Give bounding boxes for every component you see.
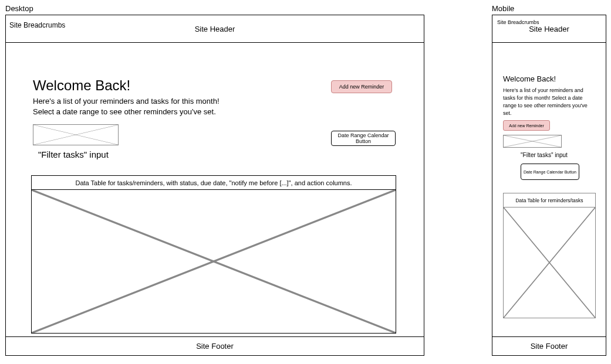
page-title: Welcome Back! — [33, 77, 232, 94]
desktop-frame: Site Header Site Breadcrumbs Welcome Bac… — [5, 15, 424, 356]
date-range-button-label: Date Range Calendar Button — [524, 170, 576, 174]
add-reminder-button-label: Add new Reminder — [509, 124, 544, 128]
site-footer-label: Site Footer — [196, 342, 234, 351]
mobile-frame-label: Mobile — [492, 4, 514, 13]
site-footer-label: Site Footer — [531, 342, 568, 351]
date-range-calendar-button[interactable]: Date Range Calendar Button — [331, 131, 396, 146]
date-range-calendar-button[interactable]: Date Range Calendar Button — [521, 164, 579, 180]
data-table-body-placeholder — [32, 190, 396, 333]
desktop-body: Welcome Back! Here's a list of your remi… — [6, 63, 424, 336]
add-reminder-button-label: Add new Reminder — [339, 84, 384, 90]
filter-tasks-input-caption: "Filter tasks" input — [521, 152, 568, 158]
filter-tasks-input[interactable] — [33, 124, 119, 145]
desktop-frame-label: Desktop — [5, 4, 33, 13]
wireframe-canvas: Desktop Mobile Site Header Site Breadcru… — [0, 0, 611, 364]
mobile-body: Welcome Back! Here's a list of your remi… — [492, 57, 606, 336]
page-subtitle: Here's a list of your reminders and task… — [503, 87, 597, 117]
site-header: Site Header — [6, 15, 424, 43]
data-table-caption: Data Table for tasks/reminders, with sta… — [32, 176, 396, 190]
page-title: Welcome Back! — [503, 74, 597, 83]
reminders-data-table[interactable]: Data Table for reminders/tasks — [503, 193, 596, 318]
site-footer: Site Footer — [492, 336, 606, 355]
page-subtitle: Here's a list of your reminders and task… — [33, 96, 232, 117]
site-header: Site Header — [492, 15, 606, 43]
mobile-frame: Site Header Site Breadcrumbs Welcome Bac… — [492, 15, 606, 356]
reminders-data-table[interactable]: Data Table for tasks/reminders, with sta… — [31, 175, 396, 334]
filter-tasks-input-caption: "Filter tasks" input — [38, 149, 109, 159]
site-footer: Site Footer — [6, 336, 424, 355]
add-reminder-button[interactable]: Add new Reminder — [503, 120, 550, 131]
welcome-block: Welcome Back! Here's a list of your remi… — [33, 77, 232, 117]
data-table-body-placeholder — [504, 207, 595, 318]
filter-tasks-input[interactable] — [503, 135, 562, 148]
site-header-label: Site Header — [195, 25, 235, 33]
site-header-label: Site Header — [529, 25, 569, 33]
date-range-button-label: Date Range Calendar Button — [335, 132, 391, 144]
welcome-block: Welcome Back! Here's a list of your remi… — [503, 74, 597, 117]
add-reminder-button[interactable]: Add new Reminder — [331, 80, 392, 93]
data-table-caption: Data Table for reminders/tasks — [504, 193, 595, 207]
